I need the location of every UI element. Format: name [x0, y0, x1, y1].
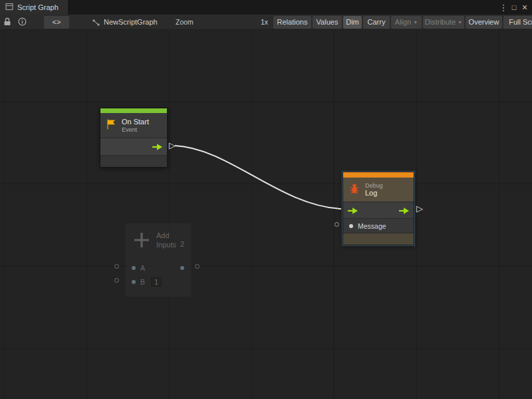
graph-file-icon	[92, 19, 100, 27]
fullscreen-button[interactable]: Full Screen	[503, 16, 532, 29]
on-start-node[interactable]: On Start Event	[100, 108, 168, 168]
node-title: On Start	[122, 118, 149, 126]
input-row-a: A	[126, 262, 191, 274]
tab-label: Script Graph	[17, 3, 59, 11]
node-title: Log	[365, 189, 383, 198]
connection-wire[interactable]	[175, 146, 341, 209]
close-icon[interactable]: ×	[519, 2, 530, 13]
output-port[interactable]	[180, 266, 184, 270]
distribute-button[interactable]: Distribute▼	[423, 16, 464, 29]
debug-node-header	[343, 172, 414, 178]
values-button[interactable]: Values	[313, 16, 342, 29]
input-label-a: A	[140, 264, 145, 272]
chevron-down-icon: ▼	[413, 20, 418, 25]
kebab-menu-icon[interactable]: ⋮	[498, 3, 509, 13]
script-graph-window: Script Graph ⋮ □ × <> NewScriptGraph Zoo…	[0, 0, 532, 399]
tab-script-graph[interactable]: Script Graph	[0, 0, 68, 15]
window-controls: ⋮ □ ×	[498, 0, 532, 15]
input-port-b[interactable]	[132, 280, 136, 284]
script-graph-icon	[5, 3, 13, 12]
zoom-label: Zoom	[176, 18, 194, 26]
overview-button[interactable]: Overview	[466, 16, 502, 29]
title-bar: Script Graph ⋮ □ ×	[0, 0, 532, 15]
zoom-value: 1x	[261, 18, 268, 26]
info-icon[interactable]	[18, 17, 27, 26]
trigger-input-port[interactable]	[347, 207, 358, 215]
trigger-connect-arrow-icon[interactable]: ▷	[169, 140, 176, 150]
code-view-button[interactable]: <>	[44, 16, 69, 29]
trigger-output-port[interactable]	[152, 143, 163, 151]
wire-layer	[0, 31, 532, 399]
graph-name[interactable]: NewScriptGraph	[104, 18, 158, 26]
flag-icon	[106, 118, 117, 133]
chevron-down-icon: ▼	[458, 20, 462, 25]
port-connect-ring-icon[interactable]	[114, 264, 119, 269]
dim-button[interactable]: Dim	[343, 16, 362, 29]
align-button[interactable]: Align▼	[391, 16, 422, 29]
input-label-b: B	[140, 278, 145, 286]
input-row-b: B 1	[126, 276, 191, 288]
message-port-label: Message	[358, 222, 386, 230]
plus-icon	[132, 231, 151, 252]
relations-button[interactable]: Relations	[273, 16, 311, 29]
node-kind: Debug	[365, 182, 383, 189]
carry-button[interactable]: Carry	[363, 16, 390, 29]
graph-toolbar: <> NewScriptGraph Zoom 1x Relations Valu…	[0, 15, 532, 30]
node-subtitle: Event	[122, 126, 149, 133]
inputs-count: 2	[180, 240, 184, 248]
trigger-connect-arrow-icon[interactable]: ▷	[416, 203, 423, 213]
input-value-b[interactable]: 1	[151, 277, 162, 287]
input-port-a[interactable]	[132, 266, 136, 270]
graph-canvas[interactable]: On Start Event ▷	[0, 31, 532, 399]
trigger-output-port[interactable]	[398, 207, 410, 215]
event-node-header	[100, 108, 167, 113]
message-connect-ring-icon[interactable]	[334, 222, 339, 227]
message-input-port[interactable]	[349, 224, 353, 228]
add-label: Add	[156, 231, 170, 239]
code-icon: <>	[53, 18, 61, 26]
lock-icon[interactable]	[3, 17, 11, 26]
port-connect-ring-icon[interactable]	[195, 264, 200, 269]
align-label: Align	[395, 18, 411, 26]
inputs-label: Inputs	[156, 241, 176, 249]
add-inputs-node-preview[interactable]: Add Inputs 2 A B 1	[125, 223, 192, 297]
debug-log-node[interactable]: Debug Log Message	[342, 172, 414, 245]
port-connect-ring-icon[interactable]	[114, 278, 119, 283]
bug-icon	[348, 182, 360, 198]
distribute-label: Distribute	[425, 18, 456, 26]
maximize-icon[interactable]: □	[509, 3, 519, 11]
